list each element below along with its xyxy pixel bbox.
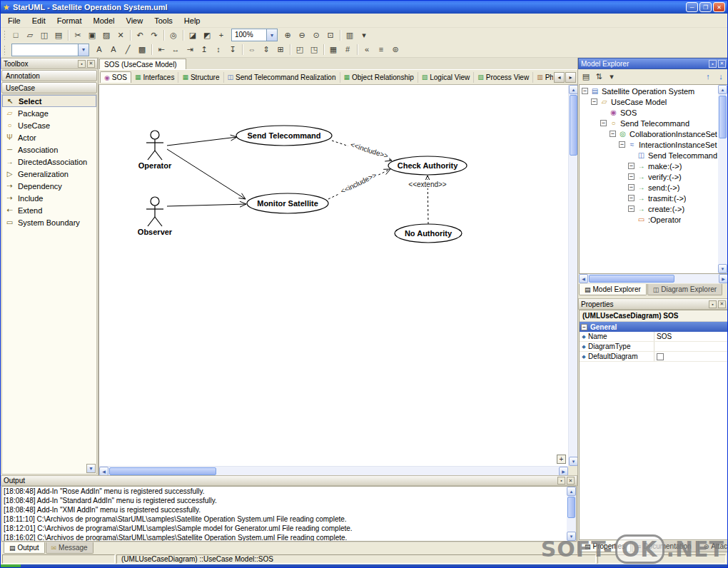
association-operator-monitorsatellite[interactable]: [167, 149, 246, 199]
property-defaultdiagram[interactable]: ◆ DefaultDiagram: [580, 352, 727, 362]
tree-node-send[interactable]: → send:(->): [580, 182, 717, 193]
toolbar-grip[interactable]: [4, 30, 6, 40]
tree-node-verify[interactable]: → verify:(->): [580, 171, 717, 182]
tree-node-send-telecommand-rea[interactable]: ◫ Send Telecommand Rea: [580, 150, 717, 161]
tab-output[interactable]: ▤ Output: [4, 542, 45, 554]
usecase-send-telecommand[interactable]: Send Telecommand: [236, 126, 332, 146]
diagram-tab-process-view[interactable]: ▧ Process View: [474, 72, 533, 83]
toolbox-item-usecase[interactable]: ○ UseCase: [2, 119, 96, 131]
me-move-up[interactable]: ↑: [702, 71, 714, 83]
zoom-combo[interactable]: 100% ▾: [231, 29, 278, 41]
menu-tools[interactable]: Tools: [148, 15, 178, 26]
menu-format[interactable]: Format: [51, 15, 88, 26]
toolbox-item-directedassociation[interactable]: → DirectedAssociation: [2, 156, 96, 168]
actor-observer[interactable]: Observer: [138, 197, 173, 236]
tb-snap-grid[interactable]: #: [340, 44, 355, 56]
association-observer-monitorsatellite[interactable]: [167, 201, 246, 207]
menu-model[interactable]: Model: [88, 15, 121, 26]
diagram-tab-interfaces[interactable]: ▦ Interfaces: [131, 72, 178, 83]
tb-align-center[interactable]: ↔: [168, 44, 183, 56]
toolbox-item-system-boundary[interactable]: ▭ System Boundary: [2, 216, 96, 228]
style-combo[interactable]: ▾: [11, 44, 89, 56]
toolbox-item-select[interactable]: ↖ Select: [2, 95, 96, 107]
property-name[interactable]: ◆ Name SOS: [580, 332, 727, 342]
tb-same-height[interactable]: ⇕: [259, 44, 273, 56]
toolbox-group-annotation[interactable]: Annotation: [1, 70, 97, 81]
checkbox[interactable]: [657, 353, 664, 360]
canvas-vscroll[interactable]: ▲ ▼: [568, 85, 577, 466]
tb-attachment[interactable]: ⊚: [388, 44, 403, 56]
toolbox-item-extend[interactable]: ⇠ Extend: [2, 204, 96, 216]
expander-icon[interactable]: [591, 98, 597, 105]
canvas-hscroll[interactable]: ◀ ▶: [99, 466, 568, 475]
scroll-thumb[interactable]: [719, 96, 727, 138]
expander-icon[interactable]: [628, 206, 635, 212]
close-button[interactable]: ✕: [713, 2, 725, 12]
tb-line-color[interactable]: ╱: [121, 44, 135, 56]
diagram-tab-structure[interactable]: ▦ Structure: [178, 72, 223, 83]
scroll-up-icon[interactable]: ▲: [567, 487, 576, 496]
actor-operator[interactable]: Operator: [138, 131, 172, 170]
tb-align-left[interactable]: ⇤: [154, 44, 168, 56]
diagram-canvas[interactable]: <<include>> <<include>> <<extend>>: [98, 85, 577, 475]
expander-icon[interactable]: [628, 195, 635, 201]
expander-icon[interactable]: [628, 163, 635, 169]
tb-print[interactable]: ▤: [51, 29, 66, 41]
diagram-tab-physical-view[interactable]: ▥ Physical View: [533, 72, 553, 83]
tb-paste[interactable]: ▨: [99, 29, 113, 41]
document-tab[interactable]: SOS (UseCase Model): [99, 59, 186, 69]
expander-icon[interactable]: [628, 173, 635, 180]
tree-node-satellite-operation-system[interactable]: ▤ Satellite Operation System: [580, 86, 717, 96]
output-log[interactable]: [18:08:48] Add-In "Rose AddIn" menu is r…: [1, 486, 577, 542]
menu-view[interactable]: View: [121, 15, 149, 26]
output-vscroll[interactable]: ▲ ▼: [567, 487, 576, 541]
close-icon[interactable]: ✕: [87, 60, 95, 68]
tb-align-top[interactable]: ↥: [197, 44, 211, 56]
tree-node-trasmit[interactable]: → trasmit:(->): [580, 193, 717, 203]
scroll-thumb[interactable]: [589, 275, 674, 283]
pin-icon[interactable]: ▪: [557, 477, 565, 485]
scroll-left-icon[interactable]: ◀: [579, 274, 588, 283]
tb-delete[interactable]: ✕: [113, 29, 128, 41]
tab-message[interactable]: ✉ Message: [46, 542, 93, 554]
tb-cut[interactable]: ✂: [71, 29, 85, 41]
tb-find[interactable]: ◎: [166, 29, 181, 41]
expand-canvas-button[interactable]: +: [557, 455, 566, 464]
tb-dropdown[interactable]: ▾: [357, 29, 371, 41]
tb-open[interactable]: ▱: [23, 29, 37, 41]
chevron-down-icon[interactable]: ▾: [78, 44, 89, 56]
toolbox-item-generalization[interactable]: ▷ Generalization: [2, 168, 96, 180]
expander-icon[interactable]: [600, 120, 607, 126]
association-operator-sendtelecommand[interactable]: [167, 135, 237, 146]
close-icon[interactable]: ✕: [718, 300, 726, 308]
tree-node-operator[interactable]: ▭ :Operator: [580, 214, 717, 225]
diagram-tab-object-relationship[interactable]: ▦ Object Relationship: [340, 72, 418, 83]
close-icon[interactable]: ✕: [567, 477, 575, 485]
tb-same-width[interactable]: ⇔: [245, 44, 259, 56]
tb-align-right[interactable]: ⇥: [183, 44, 197, 56]
pin-icon[interactable]: ▪: [78, 60, 86, 68]
close-icon[interactable]: ✕: [718, 60, 726, 68]
tree-vscroll[interactable]: ▲ ▼: [718, 85, 727, 273]
scroll-thumb[interactable]: [567, 497, 575, 518]
diagram-tab-sos[interactable]: ◉ SOS: [100, 71, 131, 83]
tb-copy[interactable]: ▣: [85, 29, 99, 41]
scroll-thumb[interactable]: [570, 95, 577, 156]
toolbox-item-actor[interactable]: Ψ Actor: [2, 131, 96, 143]
properties-section-general[interactable]: − General: [580, 322, 727, 332]
tb-redo[interactable]: ↷: [147, 29, 161, 41]
tb-show-grid[interactable]: ▦: [326, 44, 340, 56]
tb-zoom-in[interactable]: ⊕: [280, 29, 295, 41]
scroll-right-icon[interactable]: ▶: [559, 467, 568, 475]
diagram-tab-send-telecommand-realization[interactable]: ◫ Send Telecommand Realization: [224, 72, 340, 83]
scroll-down-icon[interactable]: ▼: [718, 264, 727, 273]
toolbar-grip[interactable]: [4, 45, 6, 55]
tree-node-send-telecommand[interactable]: ○ Send Telecommand: [580, 118, 717, 128]
tab-model-explorer[interactable]: ▤ Model Explorer: [579, 284, 647, 295]
tree-node-collaborationinstanceset1[interactable]: ◎ CollaborationInstanceSet1: [580, 128, 717, 139]
diagram-tab-logical-view[interactable]: ▧ Logical View: [418, 72, 474, 83]
usecase-monitor-satellite[interactable]: Monitor Satellite: [247, 193, 328, 213]
tb-documentation[interactable]: ≡: [374, 44, 388, 56]
toolbox-group-usecase[interactable]: UseCase: [1, 82, 97, 93]
scroll-right-icon[interactable]: ▶: [719, 274, 728, 283]
